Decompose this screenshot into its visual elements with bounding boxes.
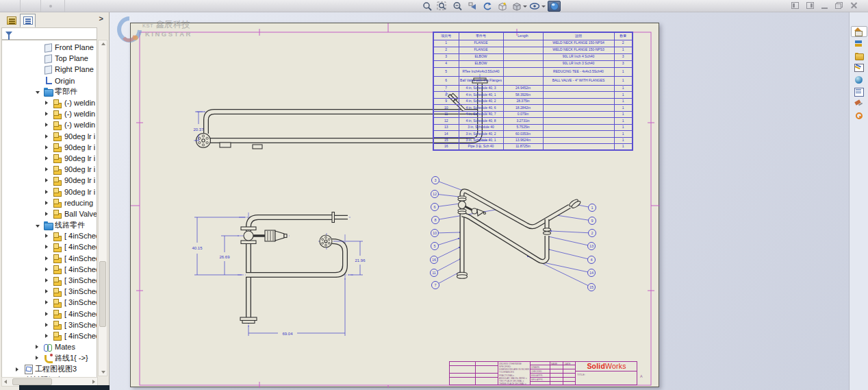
bom-row-12[interactable]: 124 in, Schedule 40, 83.2731in1 <box>433 118 633 125</box>
bom-table[interactable]: 项目号零件号Length说明数量1FLANGEWELD NECK FLANGE … <box>433 32 633 151</box>
tree-item-22[interactable]: [ 3inSched <box>2 286 97 297</box>
drawing-view-front[interactable]: 40.15 26.69 21.96 <box>192 212 366 337</box>
expand-arrow-icon[interactable] <box>45 133 53 140</box>
expand-arrow-icon[interactable] <box>45 144 53 151</box>
tree-item-24[interactable]: [ 4inSched <box>2 308 97 319</box>
expand-arrow-icon[interactable] <box>45 255 53 262</box>
panel-splitter-handle[interactable] <box>49 5 52 8</box>
tree-item-12[interactable]: 90deg lr i <box>2 175 97 186</box>
pane-previous-icon[interactable] <box>791 2 799 9</box>
scroll-down-icon[interactable] <box>101 371 105 374</box>
expand-arrow-icon[interactable] <box>45 266 53 273</box>
tree-item-13[interactable]: 90deg lr i <box>2 186 97 197</box>
scroll-right-icon[interactable] <box>92 380 95 384</box>
bom-row-13[interactable]: 133 in, Schedule 405.7525in1 <box>433 124 633 131</box>
solidworks-resources-icon[interactable] <box>851 26 867 37</box>
expand-arrow-icon[interactable] <box>45 155 53 162</box>
horizontal-scroll-thumb[interactable] <box>12 378 52 385</box>
tree-item-18[interactable]: [ 4inSched <box>2 241 97 252</box>
expand-arrow-icon[interactable] <box>36 354 43 361</box>
rotate-view-icon[interactable] <box>481 1 494 12</box>
tree-item-4[interactable]: 零部件 <box>2 86 97 97</box>
restore-button[interactable] <box>835 2 843 9</box>
file-explorer-icon[interactable] <box>851 50 867 61</box>
bom-row-1[interactable]: 1FLANGEWELD NECK FLANGE 150-NPS42 <box>433 40 633 47</box>
tree-item-23[interactable]: [ 3inSched <box>2 297 97 308</box>
zoom-icon[interactable] <box>420 1 433 12</box>
expand-arrow-icon[interactable] <box>45 321 53 328</box>
close-button[interactable] <box>850 2 857 9</box>
bom-row-14[interactable]: 143 in, Schedule 40, 260.0353in1 <box>433 131 633 138</box>
expand-arrow-icon[interactable] <box>45 277 53 284</box>
edit-appearance-icon[interactable] <box>548 1 561 12</box>
bom-row-5[interactable]: 5RTee Inch4x4x3.5Sch40REDUCING TEE - 4x4… <box>433 67 633 76</box>
design-library-icon[interactable] <box>851 38 867 49</box>
vertical-scroll-thumb[interactable] <box>99 261 106 327</box>
title-block[interactable]: UNLESS OTHERWISE SPECIFIED:DIMENSIONS AR… <box>449 361 637 385</box>
tree-item-7[interactable]: (-) weldin <box>2 119 97 130</box>
tree-filter-input[interactable] <box>1 27 97 40</box>
bom-row-3[interactable]: 3ELBOW90L LR Inch 4 Sch403 <box>433 53 633 60</box>
dimension-26-69[interactable]: 26.69 <box>219 236 239 275</box>
apply-scene-icon[interactable] <box>496 1 509 12</box>
expand-arrow-icon[interactable] <box>45 177 53 184</box>
tree-item-25[interactable]: [ 3inSched <box>2 319 97 330</box>
expand-arrow-icon[interactable] <box>45 110 53 117</box>
dimension-21-96[interactable]: 21.96 <box>333 241 366 275</box>
tree-item-21[interactable]: [ 3inSched <box>2 275 97 286</box>
dimension-40-15[interactable]: 40.15 <box>192 217 246 275</box>
bom-row-16[interactable]: 16Pipe 3 in, Sch 4011.8725in1 <box>433 144 633 151</box>
expand-arrow-icon[interactable] <box>45 166 53 173</box>
bom-row-7[interactable]: 74 in, Schedule 40, 324.9452in1 <box>433 85 633 92</box>
tree-item-14[interactable]: reducing <box>2 197 97 208</box>
feature-manager-tree-tab[interactable] <box>3 14 19 27</box>
tree-item-27[interactable]: Mates <box>2 341 97 352</box>
hide-show-dropdown-icon[interactable] <box>541 5 546 8</box>
tree-item-15[interactable]: Ball Valve <box>2 208 97 219</box>
tree-item-1[interactable]: Top Plane <box>2 53 97 64</box>
ribbon-tab-stub-2[interactable] <box>21 0 41 12</box>
bom-row-8[interactable]: 84 in, Schedule 40, 158.3926in1 <box>433 92 633 99</box>
drawing-view-isometric[interactable]: 31268105161171921341415 <box>431 177 596 291</box>
ribbon-tab-stub-1[interactable] <box>0 0 21 12</box>
tree-item-0[interactable]: Front Plane <box>2 42 97 53</box>
zoom-to-fit-icon[interactable] <box>435 1 448 12</box>
expand-arrow-icon[interactable] <box>45 288 53 295</box>
tree-vertical-scrollbar[interactable] <box>98 40 107 376</box>
property-tab-builder-icon[interactable] <box>851 110 867 121</box>
panel-expand-chevron[interactable]: > <box>99 14 103 23</box>
bom-row-2[interactable]: 2FLANGEWELD NECK FLANGE 150-NPS31 <box>433 47 633 53</box>
dimension-69-04[interactable]: 69.04 <box>248 278 345 336</box>
hide-show-items-icon[interactable] <box>529 1 546 12</box>
custom-properties-icon[interactable] <box>851 86 867 97</box>
tree-item-5[interactable]: (-) weldin <box>2 97 97 108</box>
bom-row-4[interactable]: 4ELBOW90L LR Inch 3 Sch403 <box>433 60 633 67</box>
previous-view-icon[interactable] <box>465 1 478 12</box>
ribbon-tab-stub-3[interactable] <box>41 0 65 12</box>
tree-item-3[interactable]: Origin <box>2 75 97 86</box>
expand-arrow-icon[interactable] <box>45 199 53 206</box>
tree-item-9[interactable]: 90deg lr i <box>2 142 97 153</box>
tree-item-11[interactable]: 90deg lr i <box>2 164 97 175</box>
appearances-scenes-icon[interactable] <box>851 74 867 85</box>
expand-arrow-icon[interactable] <box>45 188 53 195</box>
tree-item-20[interactable]: [ 4inSched <box>2 264 97 275</box>
display-style-dropdown-icon[interactable] <box>523 5 527 8</box>
graphics-viewport[interactable]: 20.37 <box>110 12 849 390</box>
expand-arrow-icon[interactable] <box>45 232 53 239</box>
tree-item-10[interactable]: 90deg lr i <box>2 153 97 164</box>
expand-arrow-icon[interactable] <box>45 243 53 250</box>
collapse-arrow-icon[interactable] <box>36 221 43 228</box>
display-style-icon[interactable] <box>511 1 527 12</box>
minimize-button[interactable] <box>821 8 828 9</box>
expand-arrow-icon[interactable] <box>45 332 53 339</box>
tree-item-28[interactable]: 路线1{ ->} <box>2 352 97 363</box>
collapse-arrow-icon[interactable] <box>36 88 43 95</box>
tree-item-2[interactable]: Right Plane <box>2 64 97 75</box>
scroll-up-icon[interactable] <box>101 42 105 45</box>
drawing-sheet[interactable]: 20.37 <box>130 23 659 387</box>
display-pane-tab[interactable] <box>20 14 36 27</box>
bom-row-6[interactable]: 6Ball Valve with 4 in FlangesBALL VALVE … <box>433 76 633 85</box>
tree-item-17[interactable]: [ 4inSched <box>2 230 97 241</box>
expand-arrow-icon[interactable] <box>45 210 53 217</box>
